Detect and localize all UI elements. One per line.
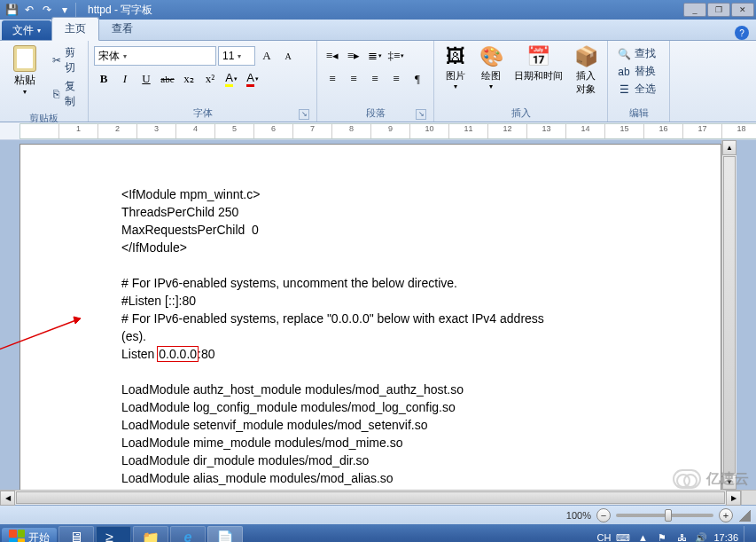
taskbar-ie[interactable]: e xyxy=(170,526,206,542)
close-button[interactable]: ✕ xyxy=(731,3,754,17)
group-label-paragraph: 段落 xyxy=(323,105,428,122)
document-page[interactable]: <IfModule mpm_winnt.c> ThreadsPerChild 2… xyxy=(19,144,721,490)
tray-icon-1[interactable]: ▲ xyxy=(635,530,650,542)
ruler-mark: 8 xyxy=(332,124,371,138)
ruler-mark: 18 xyxy=(722,124,756,138)
scroll-right-button[interactable]: ▶ xyxy=(726,491,741,506)
group-clipboard: 粘贴 ▾ ✂剪切 ⎘复制 剪贴板 xyxy=(0,41,89,122)
ruler-mark: 1 xyxy=(59,124,98,138)
taskbar-explorer[interactable]: 📁 xyxy=(133,526,168,542)
separator xyxy=(75,3,76,17)
scroll-up-button[interactable]: ▲ xyxy=(722,140,737,155)
decrease-indent-button[interactable]: ≡◂ xyxy=(323,46,342,66)
selectall-button[interactable]: ☰全选 xyxy=(613,81,659,98)
cut-button[interactable]: ✂剪切 xyxy=(48,44,83,76)
subscript-button[interactable]: x₂ xyxy=(179,69,199,89)
network-icon[interactable]: 🖧 xyxy=(674,530,689,542)
line-spacing-button[interactable]: ‡≡ xyxy=(386,46,406,66)
window-controls: _ ❐ ✕ xyxy=(683,3,754,17)
undo-icon[interactable]: ↶ xyxy=(21,2,37,18)
vertical-scrollbar[interactable]: ▲ ▼ xyxy=(721,140,737,490)
ruler-mark: 11 xyxy=(449,124,488,138)
palette-icon: 🎨 xyxy=(479,44,503,69)
replace-icon: ab xyxy=(617,65,631,79)
find-button[interactable]: 🔍查找 xyxy=(613,45,659,62)
justify-button[interactable]: ≡ xyxy=(386,69,406,89)
superscript-button[interactable]: x² xyxy=(200,69,220,89)
minimize-button[interactable]: _ xyxy=(683,3,706,17)
horizontal-scrollbar[interactable]: ◀ ▶ xyxy=(0,491,741,505)
insert-paint-button[interactable]: 🎨绘图▾ xyxy=(475,43,507,92)
hscroll-thumb[interactable] xyxy=(16,491,725,504)
horizontal-scrollbar-row: ◀ ▶ xyxy=(0,490,756,505)
align-center-button[interactable]: ≡ xyxy=(344,69,363,89)
quick-access-toolbar: 💾 ↶ ↷ ▾ xyxy=(2,2,73,18)
system-tray: CH ⌨ ▲ ⚑ 🖧 🔊 17:36 xyxy=(597,526,754,542)
picture-icon: 🖼 xyxy=(443,44,468,69)
bullets-button[interactable]: ≣ xyxy=(365,46,385,66)
align-right-button[interactable]: ≡ xyxy=(365,69,385,89)
ruler-mark: 9 xyxy=(371,124,410,138)
taskbar-server-manager[interactable]: 🖥 xyxy=(58,526,94,542)
action-center-icon[interactable]: ⚑ xyxy=(655,530,669,542)
windows-logo-icon xyxy=(9,530,25,542)
ime-options-icon[interactable]: ⌨ xyxy=(616,530,630,542)
strikethrough-button[interactable]: abc xyxy=(158,69,177,89)
annotation-arrow xyxy=(0,313,91,357)
zoom-slider[interactable] xyxy=(616,514,713,517)
save-icon[interactable]: 💾 xyxy=(4,2,19,18)
ruler-mark: 3 xyxy=(137,124,176,138)
tab-home[interactable]: 主页 xyxy=(51,17,99,41)
qat-customize-icon[interactable]: ▾ xyxy=(57,2,73,18)
start-button[interactable]: 开始 xyxy=(2,528,57,542)
file-tab[interactable]: 文件 xyxy=(2,20,51,40)
replace-button[interactable]: ab替换 xyxy=(613,63,659,80)
font-family-combo[interactable]: 宋体 xyxy=(94,46,216,66)
volume-icon[interactable]: 🔊 xyxy=(694,530,708,542)
search-icon: 🔍 xyxy=(617,47,631,61)
align-left-button[interactable]: ≡ xyxy=(323,69,342,89)
taskbar: 开始 🖥 ≥_ 📁 e 📄 CH ⌨ ▲ ⚑ 🖧 🔊 17:36 xyxy=(0,524,756,542)
object-icon: 📦 xyxy=(573,44,598,69)
help-icon[interactable]: ? xyxy=(735,26,749,40)
ruler-row: 123456789101112131415161718 xyxy=(0,122,756,140)
restore-button[interactable]: ❐ xyxy=(707,3,730,17)
resize-grip[interactable] xyxy=(738,509,751,522)
paste-button[interactable]: 粘贴 ▾ xyxy=(5,43,44,98)
window-title: httpd - 写字板 xyxy=(79,3,683,18)
ruler-mark: 13 xyxy=(527,124,566,138)
copy-button[interactable]: ⎘复制 xyxy=(48,78,83,110)
insert-picture-button[interactable]: 🖼图片▾ xyxy=(440,43,472,92)
taskbar-powershell[interactable]: ≥_ xyxy=(96,526,131,542)
document-area: <IfModule mpm_winnt.c> ThreadsPerChild 2… xyxy=(0,140,756,490)
shrink-font-button[interactable]: A xyxy=(278,46,298,66)
clock[interactable]: 17:36 xyxy=(713,532,738,542)
calendar-icon: 📅 xyxy=(526,44,551,69)
horizontal-ruler[interactable]: 123456789101112131415161718 xyxy=(19,123,756,139)
ruler-mark: 10 xyxy=(410,124,449,138)
highlight-button[interactable]: A xyxy=(222,69,241,89)
underline-button[interactable]: U xyxy=(136,69,156,89)
font-color-button[interactable]: A xyxy=(243,69,262,89)
insert-object-button[interactable]: 📦插入 对象 xyxy=(570,43,602,98)
scroll-thumb[interactable] xyxy=(723,156,736,474)
show-desktop-button[interactable] xyxy=(744,526,751,542)
ruler-mark: 17 xyxy=(683,124,722,138)
bold-button[interactable]: B xyxy=(94,69,113,89)
scroll-left-button[interactable]: ◀ xyxy=(0,491,15,506)
zoom-in-button[interactable]: + xyxy=(719,508,733,522)
scissors-icon: ✂ xyxy=(51,53,61,67)
ime-indicator[interactable]: CH xyxy=(597,532,612,542)
paragraph-marks-button[interactable]: ¶ xyxy=(408,69,427,89)
grow-font-button[interactable]: A xyxy=(257,46,277,66)
italic-button[interactable]: I xyxy=(115,69,135,89)
zoom-thumb[interactable] xyxy=(665,509,672,522)
tab-view[interactable]: 查看 xyxy=(99,18,145,40)
font-size-combo[interactable]: 11 xyxy=(218,46,255,66)
taskbar-wordpad[interactable]: 📄 xyxy=(207,526,243,542)
scroll-down-button[interactable]: ▼ xyxy=(722,475,737,490)
increase-indent-button[interactable]: ≡▸ xyxy=(344,46,363,66)
zoom-out-button[interactable]: − xyxy=(596,508,611,522)
insert-datetime-button[interactable]: 📅日期和时间 xyxy=(510,43,566,84)
redo-icon[interactable]: ↷ xyxy=(39,2,55,18)
